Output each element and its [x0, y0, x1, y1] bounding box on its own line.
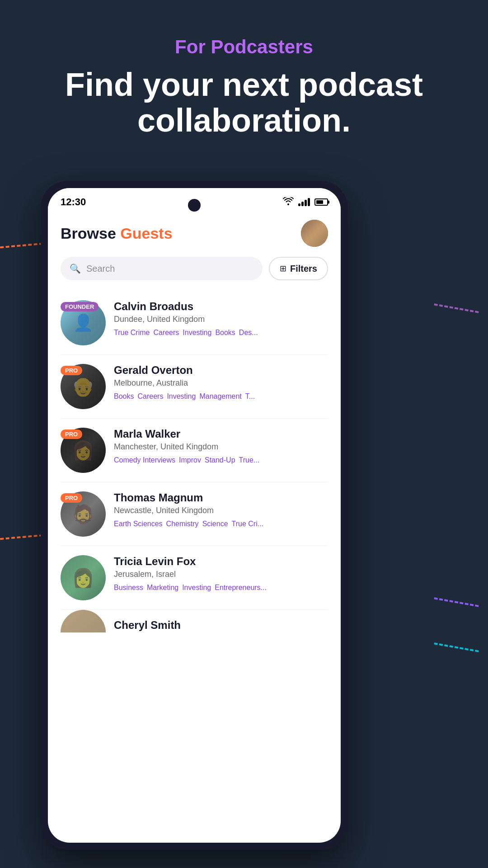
guest-avatar-wrap: 👩 PRO — [61, 428, 106, 473]
status-bar: 12:30 — [48, 188, 341, 212]
guest-info: Gerald Overton Melbourne, Australia Book… — [114, 364, 328, 401]
tag: Books — [215, 329, 235, 337]
tag: Careers — [153, 329, 179, 337]
main-heading: Find your next podcast collaboration. — [0, 67, 488, 138]
heading-line2: collaboration. — [137, 102, 351, 138]
camera-notch — [188, 199, 201, 212]
tag: Improv — [179, 456, 201, 464]
status-time: 12:30 — [61, 196, 86, 208]
guest-location: Newcastle, United Kingdom — [114, 506, 328, 515]
guest-tags: Business Marketing Investing Entrepreneu… — [114, 584, 328, 592]
guest-location: Melbourne, Australia — [114, 378, 328, 388]
guest-info: Thomas Magnum Newcastle, United Kingdom … — [114, 491, 328, 528]
tag: True Cri... — [232, 520, 264, 528]
battery-icon — [314, 198, 328, 206]
phone-inner: 12:30 — [48, 188, 341, 843]
guest-list: 👤 FOUNDER Calvin Broadus Dundee, United … — [61, 291, 328, 632]
tag: Des... — [239, 329, 258, 337]
list-item[interactable]: 👤 FOUNDER Calvin Broadus Dundee, United … — [61, 291, 328, 355]
guest-avatar-wrap: 🧔 PRO — [61, 491, 106, 537]
guest-avatar: 👩 — [61, 555, 106, 600]
guest-avatar-wrap: 👴 PRO — [61, 364, 106, 409]
tag: Business — [114, 584, 143, 592]
pro-badge: PRO — [61, 366, 82, 375]
browse-title: Browse Guests — [61, 225, 173, 242]
guest-avatar-wrap: 👤 FOUNDER — [61, 300, 106, 345]
search-placeholder-text: Search — [86, 264, 115, 274]
tag: Marketing — [147, 584, 178, 592]
user-avatar[interactable] — [301, 220, 328, 247]
list-item[interactable]: 👩 Tricia Levin Fox Jerusalem, Israel Bus… — [61, 546, 328, 610]
tag: Stand-Up — [205, 456, 235, 464]
header-area: For Podcasters Find your next podcast co… — [0, 0, 488, 156]
tag: True Crime — [114, 329, 150, 337]
tag: T... — [245, 392, 255, 401]
guest-info: Tricia Levin Fox Jerusalem, Israel Busin… — [114, 555, 328, 592]
pro-badge: PRO — [61, 493, 82, 503]
guest-name: Thomas Magnum — [114, 491, 328, 504]
list-item[interactable]: 👴 PRO Gerald Overton Melbourne, Australi… — [61, 355, 328, 419]
status-icons — [283, 197, 328, 208]
list-item[interactable]: 👩 PRO Marla Walker Manchester, United Ki… — [61, 419, 328, 482]
guest-info: Calvin Broadus Dundee, United Kingdom Tr… — [114, 300, 328, 337]
tag: Chemistry — [166, 520, 199, 528]
deco-line-purple-right2 — [434, 597, 479, 607]
tag: Science — [202, 520, 228, 528]
guest-location: Dundee, United Kingdom — [114, 315, 328, 324]
heading-line1: Find your next podcast — [65, 66, 423, 103]
guest-location: Jerusalem, Israel — [114, 570, 328, 579]
tag: Investing — [182, 584, 211, 592]
guest-avatar-wrap: 👩 — [61, 555, 106, 600]
guest-location: Manchester, United Kingdom — [114, 442, 328, 452]
subtitle-label: For Podcasters — [0, 36, 488, 58]
guest-info-partial: Cheryl Smith — [114, 619, 181, 632]
phone-outer: 12:30 — [41, 181, 348, 850]
deco-line-cyan-right — [434, 642, 479, 652]
app-content: Browse Guests 🔍 Search ⊞ — [48, 212, 341, 640]
guest-name: Marla Walker — [114, 428, 328, 440]
guest-info: Marla Walker Manchester, United Kingdom … — [114, 428, 328, 464]
signal-icon — [298, 198, 310, 206]
browse-header: Browse Guests — [61, 220, 328, 247]
tag: Entrepreneurs... — [215, 584, 267, 592]
tag: Books — [114, 392, 134, 401]
guest-tags: True Crime Careers Investing Books Des..… — [114, 329, 328, 337]
phone-mockup: 12:30 — [41, 181, 348, 850]
filters-label: Filters — [290, 264, 317, 274]
list-item-partial[interactable]: Cheryl Smith — [61, 610, 328, 632]
search-input-wrap[interactable]: 🔍 Search — [61, 257, 263, 280]
tag: True... — [239, 456, 260, 464]
tag: Investing — [167, 392, 196, 401]
search-icon: 🔍 — [70, 263, 81, 274]
guest-tags: Books Careers Investing Management T... — [114, 392, 328, 401]
tag: Management — [199, 392, 241, 401]
guest-tags: Earth Sciences Chemistry Science True Cr… — [114, 520, 328, 528]
tag: Earth Sciences — [114, 520, 163, 528]
tag: Careers — [137, 392, 163, 401]
browse-label: Browse — [61, 225, 116, 242]
browse-highlight: Guests — [120, 225, 172, 242]
tag: Comedy Interviews — [114, 456, 175, 464]
deco-line-purple-right — [434, 303, 479, 313]
user-avatar-img — [301, 220, 328, 247]
guest-name: Gerald Overton — [114, 364, 328, 377]
guest-name-partial: Cheryl Smith — [114, 619, 181, 632]
wifi-icon — [283, 197, 294, 208]
filters-icon: ⊞ — [280, 264, 286, 274]
list-item[interactable]: 🧔 PRO Thomas Magnum Newcastle, United Ki… — [61, 482, 328, 546]
filters-button[interactable]: ⊞ Filters — [269, 257, 328, 280]
founder-badge: FOUNDER — [61, 302, 99, 311]
pro-badge: PRO — [61, 429, 82, 439]
guest-tags: Comedy Interviews Improv Stand-Up True..… — [114, 456, 328, 464]
guest-name: Tricia Levin Fox — [114, 555, 328, 568]
search-row: 🔍 Search ⊞ Filters — [61, 257, 328, 280]
tag: Investing — [183, 329, 211, 337]
guest-avatar-partial — [61, 610, 106, 632]
guest-name: Calvin Broadus — [114, 300, 328, 313]
